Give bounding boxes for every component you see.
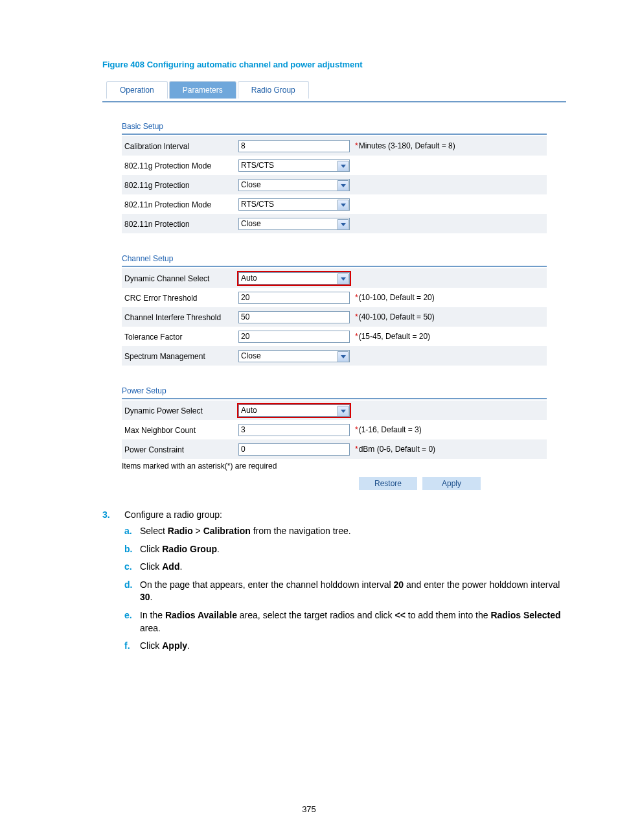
asterisk-icon: *: [355, 141, 358, 150]
required-note: Items marked with an asterisk(*) are req…: [122, 461, 566, 471]
select-11g-protection[interactable]: Close: [238, 179, 350, 191]
select-dynamic-channel-select[interactable]: Auto: [238, 272, 350, 285]
asterisk-icon: *: [355, 312, 358, 321]
chevron-down-icon: [338, 351, 349, 362]
section-title-channel: Channel Setup: [122, 254, 547, 267]
step-c: c. Click Add.: [124, 561, 566, 574]
label-11g-protection: 802.11g Protection: [122, 175, 238, 194]
label-spectrum-management: Spectrum Management: [122, 346, 238, 366]
restore-button[interactable]: Restore: [359, 477, 417, 490]
input-max-neighbor-count[interactable]: [238, 424, 350, 436]
chevron-down-icon: [338, 406, 349, 417]
config-panel: Operation Parameters Radio Group Basic S…: [102, 81, 566, 490]
row-spectrum-management: Spectrum Management Close: [122, 346, 547, 366]
asterisk-icon: *: [355, 425, 358, 434]
select-dynamic-power-select[interactable]: Auto: [238, 404, 350, 417]
section-title-power: Power Setup: [122, 386, 547, 399]
step-e: e. In the Radios Available area, select …: [124, 609, 566, 635]
label-crc-error-threshold: CRC Error Threshold: [122, 288, 238, 307]
hint-tolerance-factor: (15-45, Default = 20): [359, 332, 430, 341]
row-channel-interfere-threshold: Channel Interfere Threshold *(40-100, De…: [122, 307, 547, 327]
row-crc-error-threshold: CRC Error Threshold *(10-100, Default = …: [122, 288, 547, 307]
label-11n-protection: 802.11n Protection: [122, 214, 238, 233]
chevron-down-icon: [338, 180, 349, 191]
label-calibration-interval: Calibration Interval: [122, 136, 238, 156]
hint-max-neighbor-count: (1-16, Default = 3): [359, 425, 422, 434]
row-power-constraint: Power Constraint *dBm (0-6, Default = 0): [122, 439, 547, 459]
select-11n-protection-mode[interactable]: RTS/CTS: [238, 198, 350, 211]
row-calibration-interval: Calibration Interval *Minutes (3-180, De…: [122, 136, 547, 156]
asterisk-icon: *: [355, 332, 358, 341]
asterisk-icon: *: [355, 445, 358, 454]
hint-calibration-interval: Minutes (3-180, Default = 8): [359, 141, 455, 150]
hint-channel-interfere-threshold: (40-100, Default = 50): [359, 312, 435, 321]
select-value: RTS/CTS: [241, 200, 274, 209]
label-max-neighbor-count: Max Neighbor Count: [122, 420, 238, 439]
label-11g-protection-mode: 802.11g Protection Mode: [122, 156, 238, 175]
section-basic-setup: Basic Setup Calibration Interval *Minute…: [122, 122, 547, 233]
section-title-basic: Basic Setup: [122, 122, 547, 135]
row-11n-protection: 802.11n Protection Close: [122, 214, 547, 233]
step-d: d. On the page that appears, enter the c…: [124, 579, 566, 604]
select-spectrum-management[interactable]: Close: [238, 350, 350, 362]
label-tolerance-factor: Tolerance Factor: [122, 327, 238, 346]
step-letter: c.: [124, 561, 140, 574]
row-11g-protection: 802.11g Protection Close: [122, 175, 547, 194]
chevron-down-icon: [338, 219, 349, 230]
select-value: Close: [241, 180, 261, 189]
row-tolerance-factor: Tolerance Factor *(15-45, Default = 20): [122, 327, 547, 346]
chevron-down-icon: [338, 200, 349, 211]
hint-power-constraint: dBm (0-6, Default = 0): [359, 445, 435, 454]
input-tolerance-factor[interactable]: [238, 331, 350, 343]
tab-radio-group[interactable]: Radio Group: [238, 81, 309, 99]
label-11n-protection-mode: 802.11n Protection Mode: [122, 194, 238, 214]
asterisk-icon: *: [355, 293, 358, 302]
hint-crc-error-threshold: (10-100, Default = 20): [359, 293, 435, 302]
apply-button[interactable]: Apply: [422, 477, 481, 490]
row-max-neighbor-count: Max Neighbor Count *(1-16, Default = 3): [122, 420, 547, 439]
input-crc-error-threshold[interactable]: [238, 292, 350, 304]
row-11g-protection-mode: 802.11g Protection Mode RTS/CTS: [122, 156, 547, 175]
step-3: 3. Configure a radio group: a. Select Ra…: [102, 509, 566, 653]
tab-parameters[interactable]: Parameters: [169, 81, 236, 99]
input-calibration-interval[interactable]: [238, 140, 350, 152]
chevron-down-icon: [338, 161, 349, 172]
label-power-constraint: Power Constraint: [122, 439, 238, 459]
step-letter: f.: [124, 640, 140, 653]
step-letter: e.: [124, 609, 140, 635]
step-a: a. Select Radio > Calibration from the n…: [124, 525, 566, 538]
select-value: Close: [241, 219, 261, 228]
step-letter: a.: [124, 525, 140, 538]
button-bar: Restore Apply: [122, 477, 566, 490]
section-power-setup: Power Setup Dynamic Power Select Auto Ma…: [122, 386, 547, 459]
step-text: Configure a radio group:: [124, 509, 222, 520]
step-b: b. Click Radio Group.: [124, 543, 566, 556]
step-f: f. Click Apply.: [124, 640, 566, 653]
input-power-constraint[interactable]: [238, 443, 350, 456]
tab-operation[interactable]: Operation: [106, 81, 168, 99]
figure-title: Figure 408 Configuring automatic channel…: [102, 60, 566, 69]
select-value: RTS/CTS: [241, 161, 274, 170]
label-channel-interfere-threshold: Channel Interfere Threshold: [122, 307, 238, 327]
step-number: 3.: [102, 509, 124, 520]
input-channel-interfere-threshold[interactable]: [238, 311, 350, 323]
section-channel-setup: Channel Setup Dynamic Channel Select Aut…: [122, 254, 547, 366]
select-value: Auto: [241, 274, 257, 283]
step-letter: d.: [124, 579, 140, 604]
select-value: Auto: [241, 406, 257, 415]
page-number: 375: [0, 804, 618, 814]
row-dynamic-channel-select: Dynamic Channel Select Auto: [122, 268, 547, 288]
label-dynamic-power-select: Dynamic Power Select: [122, 401, 238, 420]
label-dynamic-channel-select: Dynamic Channel Select: [122, 268, 238, 288]
select-11g-protection-mode[interactable]: RTS/CTS: [238, 159, 350, 172]
select-value: Close: [241, 351, 261, 360]
row-11n-protection-mode: 802.11n Protection Mode RTS/CTS: [122, 194, 547, 214]
tab-bar: Operation Parameters Radio Group: [106, 81, 566, 99]
tabs-underline: [102, 101, 566, 102]
row-dynamic-power-select: Dynamic Power Select Auto: [122, 401, 547, 420]
step-letter: b.: [124, 543, 140, 556]
select-11n-protection[interactable]: Close: [238, 218, 350, 230]
chevron-down-icon: [338, 274, 349, 285]
